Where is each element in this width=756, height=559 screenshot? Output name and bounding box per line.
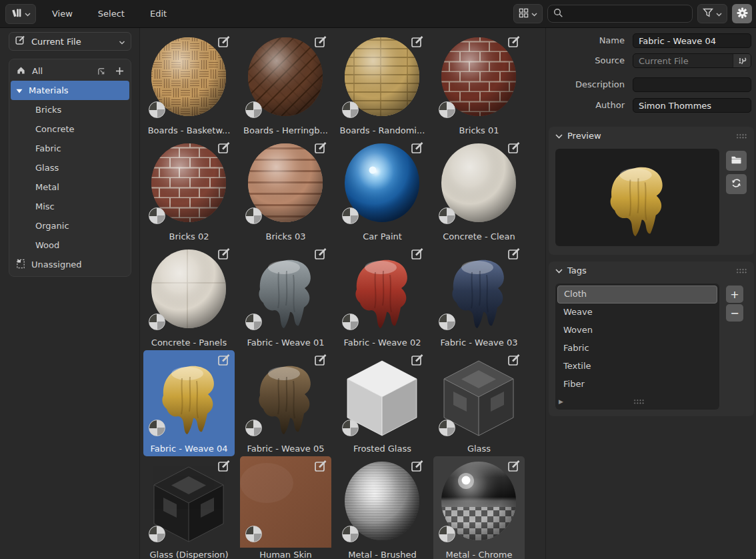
menu-view[interactable]: View: [48, 7, 77, 21]
author-input[interactable]: [633, 101, 751, 111]
chevron-down-icon: [716, 9, 722, 19]
search-field[interactable]: [547, 5, 693, 23]
menu-select[interactable]: Select: [94, 7, 129, 21]
catalog-item-unassigned[interactable]: Unassigned: [11, 255, 129, 274]
filter-button[interactable]: [697, 4, 727, 23]
editable-asset-icon: [313, 35, 328, 49]
panel-expand-icon[interactable]: [555, 265, 563, 275]
asset-tile-frosted-glass[interactable]: Frosted Glass: [337, 350, 428, 456]
catalog-label: Wood: [35, 240, 59, 250]
tag-item-weave[interactable]: Weave: [557, 304, 717, 322]
chevron-down-icon: [119, 37, 125, 47]
thumbnail-grid-icon: [519, 8, 529, 20]
catalog-item-concrete[interactable]: Concrete: [11, 119, 129, 139]
editable-asset-icon: [313, 353, 328, 368]
catalog-item-misc[interactable]: Misc: [11, 197, 129, 216]
asset-details-region: Name Source Current File Description Aut…: [545, 28, 756, 559]
asset-source-select[interactable]: Current File: [9, 32, 131, 51]
asset-tile-boards-herringb[interactable]: Boards - Herringb...: [240, 32, 331, 138]
tags-panel-title: Tags: [567, 265, 587, 275]
material-type-icon: [342, 420, 359, 436]
catalog-item-wood[interactable]: Wood: [11, 235, 129, 255]
add-tag-button[interactable]: +: [726, 286, 743, 303]
asset-name: Fabric - Weave 01: [240, 336, 331, 350]
asset-tile-car-paint[interactable]: Car Paint: [337, 138, 428, 244]
catalog-item-glass[interactable]: Glass: [11, 158, 129, 177]
asset-name: Metal - Chrome: [433, 548, 525, 559]
search-input[interactable]: [567, 8, 687, 19]
add-catalog-plus-icon[interactable]: [115, 67, 124, 75]
asset-tile-fabric-weave-05[interactable]: Fabric - Weave 05: [240, 350, 331, 456]
unassigned-file-icon: [16, 259, 25, 271]
editable-asset-icon: [410, 353, 425, 368]
asset-tile-bricks-01[interactable]: Bricks 01: [433, 32, 525, 138]
tag-item-woven[interactable]: Woven: [557, 322, 717, 340]
preview-panel-title: Preview: [567, 131, 601, 141]
menu-edit[interactable]: Edit: [146, 7, 171, 21]
editor-type-selector[interactable]: [5, 4, 36, 24]
asset-tile-bricks-02[interactable]: Bricks 02: [143, 138, 235, 244]
source-value: Current File: [633, 56, 733, 66]
panel-drag-grip[interactable]: [736, 268, 747, 273]
name-field[interactable]: [633, 33, 751, 48]
source-label: Source: [546, 53, 625, 68]
tool-settings-button[interactable]: [733, 54, 751, 67]
editable-asset-icon: [507, 459, 521, 474]
asset-name: Boards - Basketw...: [143, 123, 235, 138]
tag-item-textile[interactable]: Textile: [557, 358, 717, 376]
tags-panel: Tags ClothWeaveWovenFabricTextileFiber ▶…: [549, 261, 754, 416]
tag-item-fiber[interactable]: Fiber: [557, 376, 717, 394]
material-type-icon: [439, 526, 455, 542]
asset-tile-glass-dispersion[interactable]: Glass (Dispersion): [143, 456, 235, 559]
catalog-item-materials[interactable]: Materials: [11, 81, 129, 100]
tag-list-expand-icon[interactable]: ▶: [555, 398, 563, 405]
asset-name: Metal - Brushed: [337, 548, 428, 559]
remove-tag-button[interactable]: −: [726, 304, 743, 322]
catalog-label: Glass: [35, 163, 59, 173]
material-type-icon: [342, 314, 359, 330]
asset-tile-boards-randomi[interactable]: Boards - Randomi...: [337, 32, 428, 138]
asset-tile-metal-brushed[interactable]: Metal - Brushed: [337, 456, 428, 559]
preview-panel: Preview: [549, 127, 754, 255]
asset-tile-fabric-weave-01[interactable]: Fabric - Weave 01: [240, 244, 331, 350]
asset-name: Fabric - Weave 04: [143, 442, 235, 456]
tag-item-fabric[interactable]: Fabric: [557, 340, 717, 358]
catalog-item-fabric[interactable]: Fabric: [11, 139, 129, 158]
catalog-item-organic[interactable]: Organic: [11, 216, 129, 235]
load-custom-preview-button[interactable]: [726, 151, 747, 171]
tag-list-resize-grip[interactable]: [633, 399, 645, 404]
display-mode-button[interactable]: [513, 4, 543, 23]
asset-name: Concrete - Clean: [433, 229, 525, 244]
asset-tile-human-skin[interactable]: Human Skin: [240, 456, 331, 559]
asset-tile-boards-basketw[interactable]: Boards - Basketw...: [143, 32, 235, 138]
settings-toggle-button[interactable]: [732, 4, 752, 23]
catalog-item-metal[interactable]: Metal: [11, 177, 129, 197]
name-input[interactable]: [633, 36, 751, 46]
refresh-preview-button[interactable]: [726, 174, 747, 194]
asset-tile-concrete-clean[interactable]: Concrete - Clean: [433, 138, 525, 244]
author-field[interactable]: [633, 98, 751, 113]
catalog-item-bricks[interactable]: Bricks: [11, 100, 129, 119]
asset-tile-glass[interactable]: Glass: [433, 350, 525, 456]
panel-drag-grip[interactable]: [736, 133, 747, 139]
material-type-icon: [342, 526, 359, 542]
description-input[interactable]: [633, 80, 751, 90]
material-type-icon: [342, 207, 359, 224]
tag-item-cloth[interactable]: Cloth: [557, 286, 717, 304]
asset-name: Concrete - Panels: [143, 336, 235, 350]
home-icon: [16, 65, 26, 77]
catalog-item-all[interactable]: All: [11, 61, 129, 81]
editable-asset-icon: [217, 35, 231, 49]
description-field[interactable]: [633, 77, 751, 92]
asset-tile-metal-chrome[interactable]: Metal - Chrome: [433, 456, 525, 559]
asset-tile-bricks-03[interactable]: Bricks 03: [240, 138, 331, 244]
new-catalog-icon[interactable]: [96, 66, 107, 76]
author-label: Author: [546, 98, 625, 113]
asset-tile-concrete-panels[interactable]: Concrete - Panels: [143, 244, 235, 350]
asset-name: Boards - Randomi...: [337, 123, 428, 138]
editable-asset-icon: [410, 459, 425, 474]
asset-tile-fabric-weave-03[interactable]: Fabric - Weave 03: [433, 244, 525, 350]
asset-tile-fabric-weave-02[interactable]: Fabric - Weave 02: [337, 244, 428, 350]
panel-expand-icon[interactable]: [555, 131, 563, 141]
asset-tile-fabric-weave-04[interactable]: Fabric - Weave 04: [143, 350, 235, 456]
